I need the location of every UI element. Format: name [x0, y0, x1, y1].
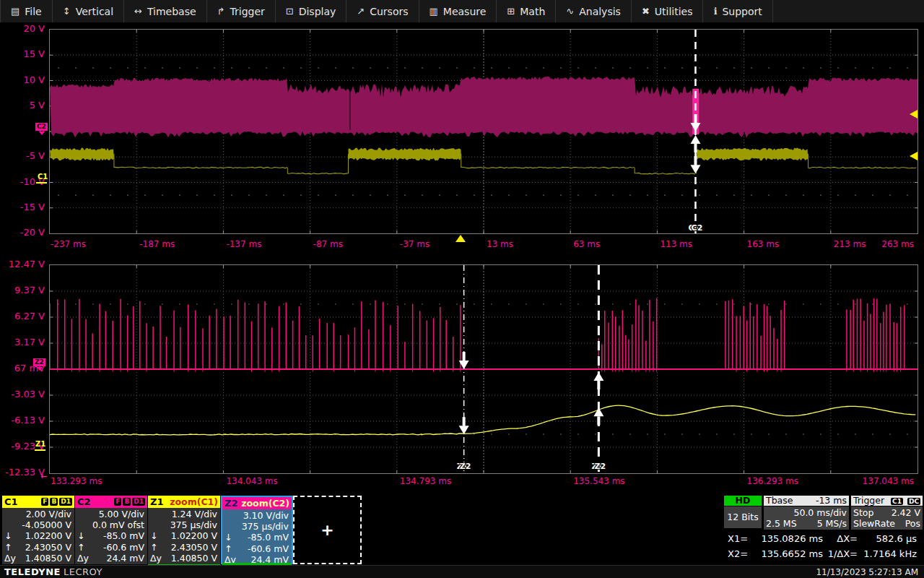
menu-item-label: Math: [520, 6, 545, 17]
axis-tick-label: 13 ms: [487, 239, 513, 249]
trace-name: Z2: [225, 498, 237, 509]
axis-tick-label: 12.47 V: [3, 259, 45, 269]
tbase-samples: 2.5 MS: [766, 518, 797, 529]
c1-trace-marker[interactable]: C1: [38, 173, 48, 181]
invdx-value: 1.7164 kHz: [860, 548, 917, 559]
descriptor-row-value: 5.00 V/div: [88, 509, 147, 519]
menu-item-trigger[interactable]: ↱Trigger: [207, 0, 276, 22]
main-timebase-grid[interactable]: C1C2: [49, 29, 918, 234]
x1-label: X1=: [728, 533, 754, 544]
datetime: 11/13/2023 5:27:13 AM: [816, 567, 918, 577]
descriptor-row-symbol: ↓: [148, 530, 161, 541]
menu-item-cursors[interactable]: ↗Cursors: [346, 0, 419, 22]
axis-tick-label: -3.03 V: [3, 389, 45, 400]
axis-tick-label: 134.043 ms: [226, 476, 277, 486]
pan-left-arrow[interactable]: ←: [40, 472, 47, 481]
tbase-rate: 5 MS/s: [797, 518, 847, 529]
math-icon: ⊞: [507, 6, 515, 17]
descriptor-row-value: 1.40850 V: [15, 553, 74, 564]
descriptor-row: 0.0 mV ofst: [75, 519, 147, 530]
descriptor-row-value: 375 µs/div: [235, 521, 292, 532]
c2-trace-marker[interactable]: C2: [35, 123, 48, 131]
axis-tick-label: 163 ms: [747, 239, 780, 249]
axis-tick-label: 113 ms: [660, 239, 692, 249]
menu-item-utilities[interactable]: ✖Utilities: [632, 0, 704, 22]
descriptor-row: ↓1.02200 V: [2, 530, 74, 541]
menu-item-math[interactable]: ⊞Math: [497, 0, 556, 22]
trace-descriptor-z1[interactable]: Z1zoom(C1)1.24 V/div375 µs/div↓1.02200 V…: [148, 496, 220, 564]
descriptor-row-symbol: [148, 519, 161, 530]
descriptor-row-symbol: [75, 509, 88, 519]
menu-item-label: File: [25, 6, 41, 17]
cursor-readout-line1: X1= 135.0826 ms ΔX= 582.6 µs: [728, 533, 920, 544]
file-icon: ▤: [11, 6, 19, 17]
descriptor-row-symbol: ↓: [2, 530, 15, 541]
z2-trace-marker[interactable]: Z2: [33, 358, 45, 366]
status-bar: TELEDYNELECROY 11/13/2023 5:27:13 AM: [0, 565, 924, 578]
trace-descriptor-c1[interactable]: C1FBD12.00 V/div-4.05000 V↓1.02200 V↑2.4…: [2, 496, 74, 564]
axis-tick-label: -15 V: [3, 202, 45, 212]
menu-item-file[interactable]: ▤File: [0, 0, 53, 22]
dx-value: 582.6 µs: [860, 533, 917, 544]
descriptor-row-symbol: ↑: [148, 542, 161, 553]
descriptor-row: 5.00 V/div: [75, 509, 147, 519]
descriptor-row-value: -4.05000 V: [15, 519, 74, 530]
descriptor-row-value: 1.02200 V: [161, 530, 220, 541]
hd-mode-box[interactable]: HD 12 Bits: [724, 496, 762, 528]
descriptor-row: 2.00 V/div: [2, 509, 74, 519]
main-waveform-svg[interactable]: C1C2: [50, 30, 918, 233]
axis-tick-label: 3.17 V: [3, 337, 45, 348]
descriptor-badge-f: F: [41, 498, 48, 506]
descriptor-row-value: -85.0 mV: [235, 532, 292, 543]
descriptor-row-value: 2.43050 V: [161, 542, 220, 553]
descriptor-row: Δy1.40850 V: [148, 553, 220, 564]
menu-item-label: Support: [722, 6, 762, 17]
descriptor-header: Z2zoom(C2): [222, 497, 292, 509]
menu-item-label: Timebase: [147, 6, 196, 17]
timebase-box[interactable]: Tbase -13 ms 50.0 ms/div 2.5 MS 5 MS/s: [764, 496, 849, 530]
axis-tick-label: 5 V: [3, 100, 45, 111]
axis-tick-label: 15 V: [3, 48, 45, 59]
measure-icon: ▥: [430, 6, 438, 17]
zoom-source-label: zoom(C1): [163, 496, 218, 507]
dx-label: ΔX=: [823, 533, 860, 544]
descriptor-row-value: 375 µs/div: [161, 519, 220, 530]
descriptor-row-symbol: ↓: [75, 530, 88, 541]
timebase-icon: ↔: [134, 6, 142, 17]
zoom-source-label: zoom(C2): [237, 498, 289, 509]
menu-item-measure[interactable]: ▥Measure: [419, 0, 497, 22]
z1-trace-marker[interactable]: Z1: [35, 440, 45, 448]
analysis-icon: ∿: [566, 6, 574, 17]
trace-descriptor-z2[interactable]: Z2zoom(C2)3.10 V/div375 µs/div↓-85.0 mV↑…: [221, 496, 293, 564]
trigger-coupling-badge: DC: [907, 498, 920, 505]
axis-tick-label: 20 V: [3, 23, 45, 34]
descriptor-row-value: -60.6 mV: [88, 542, 147, 553]
trigger-box[interactable]: Trigger C1 DC Stop 2.42 V SlewRate Pos: [851, 496, 923, 530]
menu-item-vertical[interactable]: ↕Vertical: [53, 0, 124, 22]
descriptor-row-value: 2.00 V/div: [15, 509, 74, 519]
descriptor-badge-b: B: [50, 498, 58, 506]
menu-item-analysis[interactable]: ∿Analysis: [556, 0, 632, 22]
descriptor-row: ↑-60.6 mV: [222, 543, 292, 554]
zoom-grid[interactable]: Z1Z2Z1Z2: [49, 264, 918, 474]
menu-item-timebase[interactable]: ↔Timebase: [124, 0, 207, 22]
brand-logo: TELEDYNELECROY: [4, 566, 103, 577]
x2-label: X2=: [728, 548, 754, 559]
axis-tick-label: -237 ms: [51, 239, 86, 249]
descriptor-badge-b: B: [123, 498, 131, 506]
trigger-position-marker[interactable]: [456, 235, 466, 242]
descriptor-row-symbol: [148, 509, 161, 519]
menu-item-display[interactable]: ⊡Display: [276, 0, 347, 22]
descriptor-row-symbol: ↑: [222, 543, 235, 554]
descriptor-badge-d1: D1: [132, 498, 145, 506]
z2-trace-marker-tail: [37, 367, 43, 371]
axis-tick-label: -20 V: [3, 227, 45, 238]
descriptor-header: C2FBD1: [75, 496, 147, 508]
empty-trace-slot[interactable]: +: [293, 496, 362, 564]
trace-descriptor-c2[interactable]: C2FBD15.00 V/div0.0 mV ofst↓-85.0 mV↑-60…: [75, 496, 147, 564]
menu-item-label: Measure: [443, 6, 487, 17]
zoom-waveform-svg[interactable]: Z1Z2Z1Z2: [50, 265, 918, 473]
menu-item-support[interactable]: ℹSupport: [703, 0, 772, 22]
trigger-icon: ↱: [217, 6, 225, 17]
axis-tick-label: 9.37 V: [3, 285, 45, 296]
